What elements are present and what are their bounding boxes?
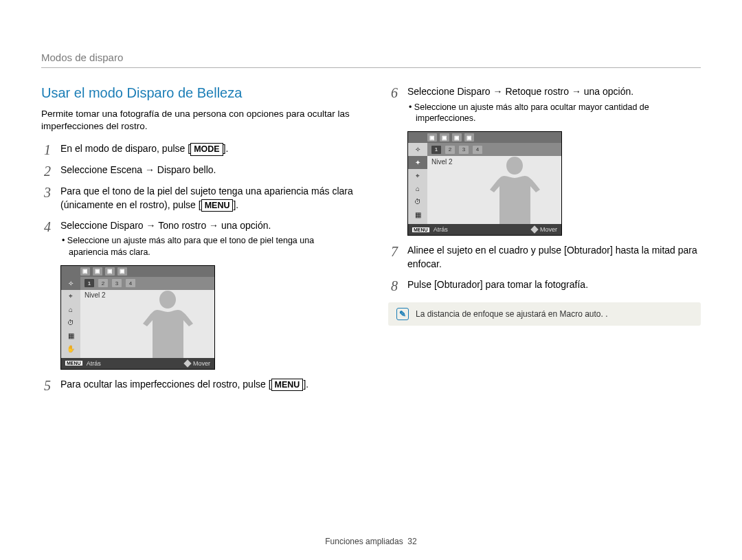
dpad-icon <box>530 226 538 234</box>
back-label: Atrás <box>434 226 448 233</box>
step-3: 3 Para que el tono de la piel del sujeto… <box>41 185 354 212</box>
level-icon: 3 <box>459 146 469 154</box>
step-5: 5 Para ocultar las imperfecciones del ro… <box>41 378 354 392</box>
step-1: 1 En el modo de disparo, pulse [MODE]. <box>41 142 354 157</box>
drive-mode-icon: ▣ <box>80 267 90 276</box>
drive-mode-icon: ▣ <box>464 133 474 142</box>
step-bullet: Seleccione un ajuste más alto para que e… <box>60 235 354 258</box>
menu-button-label: MENU <box>271 379 304 391</box>
step-number: 6 <box>388 86 401 100</box>
step-text: Pulse [Obturador] para tomar la fotograf… <box>407 278 701 292</box>
person-silhouette-icon <box>486 153 544 224</box>
lcd-bottom-bar: MENU Atrás Mover <box>61 358 214 369</box>
menu-label: MENU <box>65 361 82 366</box>
timer-off-icon: ⏱ <box>408 195 427 208</box>
step-number: 1 <box>41 143 54 157</box>
move-label: Mover <box>540 226 557 233</box>
step-bullet: Seleccione un ajuste más alto para ocult… <box>407 102 701 125</box>
note-text: La distancia de enfoque se ajustará en M… <box>416 309 608 319</box>
page-footer: Funciones ampliadas 32 <box>0 537 742 546</box>
mode-button-label: MODE <box>190 143 223 155</box>
dpad-icon <box>183 359 191 367</box>
level-icon: 4 <box>473 146 482 154</box>
intro-text: Permite tomar una fotografía de una pers… <box>41 108 354 133</box>
face-retouch-icon: ✦ <box>408 156 427 169</box>
timer-off-icon: ⏱ <box>61 316 80 329</box>
lcd-side-icons: ✧ ✦ ⌖ ⌂ ⏱ ▦ <box>408 143 427 224</box>
step-2: 2 Seleccione Escena → Disparo bello. <box>41 164 354 178</box>
step-text: Alinee el sujeto en el cuadro y pulse [O… <box>407 244 701 271</box>
step-6: 6 Seleccione Disparo → Retoque rostro → … <box>388 85 701 124</box>
step-number: 7 <box>388 245 401 258</box>
grid-icon: ▦ <box>408 208 427 221</box>
drive-mode-icon: ▣ <box>105 267 115 276</box>
face-tone-icon: ✧ <box>408 143 427 156</box>
step-text: ]. <box>303 379 308 390</box>
person-silhouette-icon <box>139 287 197 358</box>
grid-icon: ▦ <box>61 329 80 342</box>
step-8: 8 Pulse [Obturador] para tomar la fotogr… <box>388 278 701 293</box>
home-icon: ⌂ <box>408 182 427 195</box>
step-number: 8 <box>388 279 401 293</box>
breadcrumb: Modos de disparo <box>41 52 701 68</box>
step-number: 3 <box>41 186 54 199</box>
footer-section: Funciones ampliadas <box>325 537 403 546</box>
left-column: Usar el modo Disparo de Belleza Permite … <box>41 85 354 399</box>
level-icon: 4 <box>126 279 135 287</box>
level-icon: 2 <box>98 279 108 287</box>
section-title: Usar el modo Disparo de Belleza <box>41 85 354 101</box>
focus-area-icon: ⌖ <box>408 169 427 182</box>
step-7: 7 Alinee el sujeto en el cuadro y pulse … <box>388 244 701 271</box>
level-icon: 1 <box>431 146 441 154</box>
step-number: 5 <box>41 379 54 392</box>
lcd-top-row: ▣ ▣ ▣ ▣ <box>61 266 214 277</box>
step-number: 4 <box>41 220 54 234</box>
right-column: 6 Seleccione Disparo → Retoque rostro → … <box>388 85 701 399</box>
menu-label: MENU <box>412 227 429 232</box>
step-number: 2 <box>41 164 54 178</box>
back-label: Atrás <box>87 360 101 367</box>
drive-mode-icon: ▣ <box>427 133 437 142</box>
camera-screen-preview-2: ▣ ▣ ▣ ▣ ✧ ✦ ⌖ ⌂ ⏱ ▦ <box>407 131 562 236</box>
step-4: 4 Seleccione Disparo → Tono rostro → una… <box>41 219 354 258</box>
step-text: En el modo de disparo, pulse <box>60 143 188 154</box>
info-icon: ✎ <box>396 308 409 320</box>
drive-mode-icon: ▣ <box>117 267 127 276</box>
step-text: Seleccione Disparo → Retoque rostro → un… <box>407 86 633 97</box>
step-text: . <box>226 143 229 154</box>
page-number: 32 <box>407 537 416 546</box>
step-text: Seleccione Escena → Disparo bello. <box>60 164 354 177</box>
hand-icon: ✋ <box>61 342 80 355</box>
drive-mode-icon: ▣ <box>93 267 102 276</box>
step-text: ]. <box>233 199 238 210</box>
drive-mode-icon: ▣ <box>440 133 449 142</box>
move-label: Mover <box>193 360 210 367</box>
camera-screen-preview-1: ▣ ▣ ▣ ▣ ✧ ⌖ ⌂ ⏱ ▦ ✋ <box>60 265 215 370</box>
note-box: ✎ La distancia de enfoque se ajustará en… <box>388 302 701 326</box>
step-text: Seleccione Disparo → Tono rostro → una o… <box>60 220 271 231</box>
lcd-top-row: ▣ ▣ ▣ ▣ <box>408 132 561 143</box>
face-tone-icon: ✧ <box>61 277 80 290</box>
level-icon: 2 <box>445 146 455 154</box>
level-icon: 1 <box>85 279 94 287</box>
menu-button-label: MENU <box>201 199 234 212</box>
lcd-side-icons: ✧ ⌖ ⌂ ⏱ ▦ ✋ <box>61 277 80 358</box>
focus-area-icon: ⌖ <box>61 290 80 303</box>
step-text: Para ocultar las imperfecciones del rost… <box>60 379 271 390</box>
drive-mode-icon: ▣ <box>452 133 462 142</box>
lcd-bottom-bar: MENU Atrás Mover <box>408 224 561 235</box>
level-icon: 3 <box>112 279 122 287</box>
home-icon: ⌂ <box>61 303 80 316</box>
